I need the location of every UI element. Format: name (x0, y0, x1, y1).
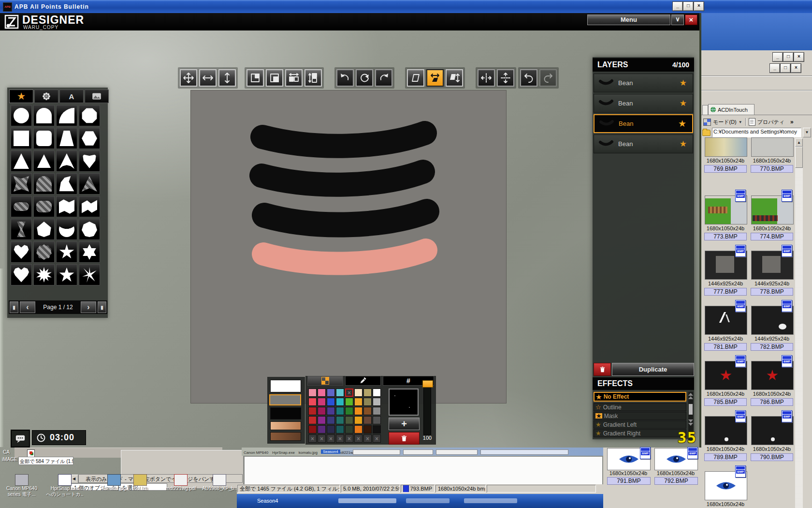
mirror-horizontal-button[interactable] (478, 69, 495, 87)
color-cell[interactable] (327, 388, 335, 397)
add-color-button[interactable]: + (389, 418, 420, 430)
thumbnail-tile[interactable]: 1680x1050x24b790.BMPBMP (750, 409, 794, 463)
color-cell[interactable] (336, 407, 344, 415)
redo-button[interactable] (539, 69, 557, 87)
thumbnail-filename[interactable]: 770.BMP (751, 165, 793, 173)
saved-swatch[interactable] (270, 432, 301, 441)
opacity-slider[interactable] (423, 380, 431, 435)
shape-banner[interactable] (79, 196, 100, 217)
color-cell-empty[interactable]: × (345, 434, 353, 443)
mode-dropdown-icon[interactable]: ▼ (739, 120, 742, 124)
color-cell[interactable] (327, 398, 335, 406)
rotate-ccw-button[interactable] (336, 69, 354, 87)
thumbnail-filename[interactable]: 786.BMP (751, 398, 793, 406)
star-icon[interactable]: ★ (680, 139, 687, 149)
color-cell[interactable] (373, 407, 381, 415)
color-cell[interactable] (354, 407, 362, 415)
layer-row[interactable]: Bean★ (594, 114, 693, 133)
color-cell[interactable] (345, 407, 353, 415)
thumbnail-tile[interactable]: 1446x925x24b781.BMPBMP (703, 299, 748, 353)
browser-close-button[interactable]: × (794, 53, 804, 61)
tray-icon[interactable] (27, 449, 35, 457)
rotate-free-button[interactable] (356, 69, 373, 87)
color-cell[interactable] (318, 407, 326, 415)
thumbnail-tile[interactable]: 1446x925x24b782.BMPBMP (750, 299, 794, 353)
shape-flag[interactable] (56, 196, 77, 217)
shape-hourglass[interactable] (11, 219, 32, 240)
saved-swatch[interactable] (270, 407, 301, 419)
menu-chevron-icon[interactable]: ∨ (671, 15, 684, 25)
last-page-button[interactable]: ▮ (98, 301, 106, 313)
scale-topleft-button[interactable] (246, 69, 264, 87)
shape-hexagon[interactable] (79, 128, 100, 149)
tab-shapes-tab[interactable]: ★ (9, 90, 33, 103)
thumbnail-tile[interactable]: 1680x1050x24b774.BMPBMP (750, 189, 794, 243)
browser-inner-minimize-button[interactable]: _ (770, 64, 780, 73)
thumbnail-tile[interactable]: BMP1680x1050x24b792.BMP (653, 448, 698, 485)
shape-dome[interactable] (33, 105, 55, 126)
thumbnail-filename[interactable]: 777.BMP (704, 288, 747, 296)
first-page-button[interactable]: ▮ (10, 301, 18, 313)
saved-swatch-selected[interactable] (269, 394, 301, 405)
shape-fin[interactable] (56, 173, 77, 194)
shape-curved-triangle[interactable] (56, 150, 77, 172)
color-cell[interactable] (318, 425, 326, 433)
scale-horizontal-button[interactable] (285, 69, 303, 87)
star-icon[interactable]: ★ (678, 118, 686, 129)
desktop-icon-hprsnap-exe[interactable]: HprSnap.exeへのショートカ.. (44, 474, 85, 505)
star-icon[interactable]: ★ (680, 78, 687, 88)
color-cell[interactable] (363, 425, 372, 433)
color-cell-selected-empty[interactable]: × (345, 388, 353, 397)
star-icon[interactable]: ★ (680, 98, 687, 108)
thumbnail-tile[interactable]: 1680x1050x24b773.BMPBMP (703, 189, 748, 243)
shape-rounded-rect[interactable] (33, 196, 55, 217)
thumbnail-tile[interactable]: 1680x1050x24b769.BMP (703, 137, 748, 188)
shape-circle[interactable] (11, 105, 32, 126)
shape-heart[interactable] (11, 241, 32, 263)
thumbnail-filename[interactable]: 782.BMP (751, 343, 793, 351)
color-cell-empty[interactable]: × (373, 434, 381, 443)
color-cell[interactable] (336, 388, 344, 397)
skew-horizontal-button[interactable] (426, 69, 444, 87)
thumbnail-filename[interactable]: 774.BMP (751, 233, 793, 240)
shape-quarter[interactable] (56, 105, 77, 126)
effect-outline[interactable]: ☆Outline (594, 403, 686, 411)
color-cell[interactable] (327, 407, 335, 415)
tab-images-tab[interactable] (85, 90, 109, 103)
color-cell[interactable] (327, 416, 335, 424)
scale-vertical-button[interactable] (304, 69, 322, 87)
design-canvas[interactable] (190, 90, 507, 403)
desktop-icon-canon-mp640[interactable]: Canon MP640series 電子... (1, 474, 43, 505)
color-cell[interactable] (308, 416, 317, 424)
thumbnail-tile[interactable]: 1446x925x24b777.BMPBMP (703, 244, 748, 298)
color-cell[interactable] (363, 416, 372, 424)
color-cell[interactable] (363, 398, 372, 406)
shape-pinwheel[interactable] (79, 264, 100, 285)
color-cell-empty[interactable]: × (327, 434, 335, 443)
color-cell-empty[interactable]: × (354, 434, 362, 443)
shape-heart2[interactable] (11, 264, 32, 285)
shape-shield[interactable] (79, 150, 100, 172)
shape-drop[interactable] (33, 219, 55, 240)
color-cell[interactable] (373, 416, 381, 424)
skew-button[interactable] (407, 69, 424, 87)
scale-bottomright-button[interactable] (266, 69, 283, 87)
color-cell[interactable] (363, 407, 372, 415)
color-cell[interactable] (308, 425, 317, 433)
thumbnail-tile[interactable]: 1446x925x24b778.BMPBMP (750, 244, 794, 298)
delete-color-button[interactable] (389, 432, 420, 445)
color-cell[interactable] (345, 416, 353, 424)
color-cell[interactable] (354, 398, 362, 406)
color-cell[interactable] (336, 416, 344, 424)
thumbnail-filename[interactable]: 789.BMP (704, 453, 747, 461)
thumbnail-tile[interactable]: BMP1680x1050x24b791.BMP (606, 448, 651, 485)
palette-colors-tab[interactable] (307, 376, 343, 386)
next-page-button[interactable]: › (81, 301, 96, 313)
color-cell[interactable] (373, 398, 381, 406)
color-cell[interactable] (318, 388, 326, 397)
color-cell-empty[interactable]: × (336, 434, 344, 443)
shape-star5[interactable] (56, 241, 77, 263)
layer-row[interactable]: Bean★ (594, 74, 693, 92)
taskbar-button-season4[interactable]: Season4 (257, 498, 278, 504)
designer-close-button[interactable]: × (685, 15, 697, 25)
